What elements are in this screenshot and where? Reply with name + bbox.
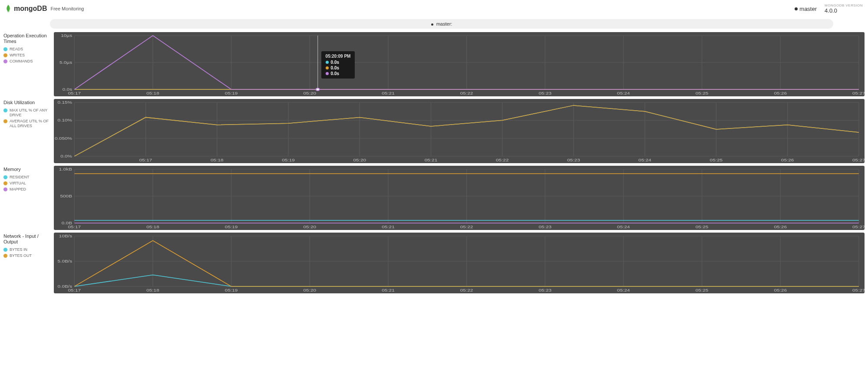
legend-label: RESIDENT [10,175,30,180]
chart-panel-op-exec[interactable]: 05:20:09 PM0.0s0.0s0.0s0.0s5.0µs10µs05:1… [54,32,865,96]
x-tick-label: 05:27 [852,158,865,162]
chart-title: Operation Execution Times [3,33,50,44]
x-tick-label: 05:17 [139,158,152,162]
legend-item[interactable]: BYTES IN [3,247,50,252]
chart-title: Memory [3,167,50,172]
selector-label: master: [436,21,452,26]
x-tick-label: 05:18 [211,158,224,162]
chart-sidebar: Disk UtilizationMAX UTIL % OF ANY DRIVEA… [3,99,50,163]
legend-swatch-icon [3,59,7,63]
legend-item[interactable]: COMMANDS [3,59,50,64]
x-tick-label: 05:19 [225,224,238,229]
master-label: master [799,6,817,12]
legend-label: BYTES OUT [10,253,32,258]
version-value: 4.0.0 [825,7,863,14]
x-tick-label: 05:22 [460,288,473,292]
x-tick-label: 05:19 [225,288,238,292]
x-tick-label: 05:17 [68,288,81,292]
chart-panel-disk-util[interactable]: 0.0%0.050%0.10%0.15%05:1705:1805:1905:20… [54,99,865,163]
chart-row-op-exec: Operation Execution TimesREADSWRITESCOMM… [3,32,865,96]
series-line [74,105,859,156]
legend-item[interactable]: AVERAGE UTIL % OF ALL DRIVES [3,119,50,128]
chart-row-memory: MemoryRESIDENTVIRTUALMAPPED0.0B500B1.0kB… [3,166,865,230]
legend-label: AVERAGE UTIL % OF ALL DRIVES [10,119,50,128]
y-tick-label: 5.0B/s [58,259,73,263]
legend-label: COMMANDS [10,59,33,64]
legend-item[interactable]: MAX UTIL % OF ANY DRIVE [3,108,50,118]
x-tick-label: 05:25 [696,288,709,292]
y-tick-label: 500B [60,194,72,198]
legend-item[interactable]: MAPPED [3,187,50,192]
legend-swatch-icon [3,53,7,57]
chart-sidebar: Operation Execution TimesREADSWRITESCOMM… [3,32,50,96]
legend-label: BYTES IN [10,247,27,252]
x-tick-label: 05:18 [146,288,159,292]
x-tick-label: 05:21 [425,158,438,162]
legend-item[interactable]: VIRTUAL [3,181,50,186]
chart-title: Network - Input / Output [3,233,50,245]
x-tick-label: 05:22 [460,224,473,229]
x-tick-label: 05:21 [382,91,395,95]
logo-text: mongoDB [14,5,47,13]
x-tick-label: 05:25 [696,224,709,229]
x-tick-label: 05:24 [617,224,630,229]
legend-swatch-icon [3,181,7,185]
x-tick-label: 05:18 [146,224,159,229]
chart-row-network: Network - Input / OutputBYTES INBYTES OU… [3,233,865,293]
legend-label: VIRTUAL [10,181,26,186]
x-tick-label: 05:18 [146,91,159,95]
x-tick-label: 05:23 [538,224,551,229]
x-tick-label: 05:19 [282,158,295,162]
legend-label: WRITES [10,53,25,58]
x-tick-label: 05:23 [538,91,551,95]
x-tick-label: 05:26 [774,224,787,229]
legend-item[interactable]: RESIDENT [3,175,50,180]
y-tick-label: 0.10% [58,118,73,122]
header-right: master MONGODB VERSION 4.0.0 [795,3,863,14]
x-tick-label: 05:20 [303,288,316,292]
y-tick-label: 5.0µs [59,60,72,64]
legend-item[interactable]: WRITES [3,53,50,58]
x-tick-label: 05:20 [303,91,316,95]
chart-panel-memory[interactable]: 0.0B500B1.0kB05:1705:1805:1905:2005:2105… [54,166,865,230]
x-tick-label: 05:21 [382,224,395,229]
legend-swatch-icon [3,248,7,252]
legend-label: MAX UTIL % OF ANY DRIVE [10,108,50,118]
y-tick-label: 0.050% [55,136,72,140]
x-tick-label: 05:22 [460,91,473,95]
page-header: mongoDB Free Monitoring master MONGODB V… [0,0,868,17]
header-subtitle: Free Monitoring [50,6,84,11]
x-tick-label: 05:22 [496,158,509,162]
x-tick-label: 05:26 [774,91,787,95]
legend-item[interactable]: READS [3,47,50,52]
legend-swatch-icon [3,108,7,112]
x-tick-label: 05:20 [353,158,366,162]
chart-panel-network[interactable]: 0.0B/s5.0B/s10B/s05:1705:1805:1905:2005:… [54,233,865,293]
x-tick-label: 05:21 [382,288,395,292]
status-dot-icon [795,7,798,10]
mongodb-leaf-icon [5,5,11,13]
x-tick-label: 05:27 [852,91,865,95]
x-tick-label: 05:25 [710,158,723,162]
y-tick-label: 0.15% [58,100,73,104]
x-tick-label: 05:26 [774,288,787,292]
chart-svg: 0.0s5.0µs10µs05:1705:1805:1905:2005:2105… [54,32,865,96]
chart-svg: 0.0B/s5.0B/s10B/s05:1705:1805:1905:2005:… [54,233,865,293]
master-indicator[interactable]: master [795,6,817,12]
version-label: MONGODB VERSION [825,3,863,7]
host-selector-bar[interactable]: master: [50,19,833,29]
x-tick-label: 05:23 [567,158,580,162]
logo-group: mongoDB Free Monitoring [5,5,84,13]
legend-item[interactable]: BYTES OUT [3,253,50,258]
legend-label: READS [10,47,23,52]
y-tick-label: 1.0kB [59,167,72,171]
x-tick-label: 05:17 [68,224,81,229]
chart-sidebar: Network - Input / OutputBYTES INBYTES OU… [3,233,50,293]
chart-svg: 0.0B500B1.0kB05:1705:1805:1905:2005:2105… [54,166,865,230]
y-tick-label: 10B/s [59,233,72,238]
chart-title: Disk Utilization [3,100,50,105]
y-tick-label: 10µs [61,33,72,37]
charts-dashboard: Operation Execution TimesREADSWRITESCOMM… [0,32,868,299]
legend-swatch-icon [3,187,7,191]
svg-point-15 [316,88,320,91]
